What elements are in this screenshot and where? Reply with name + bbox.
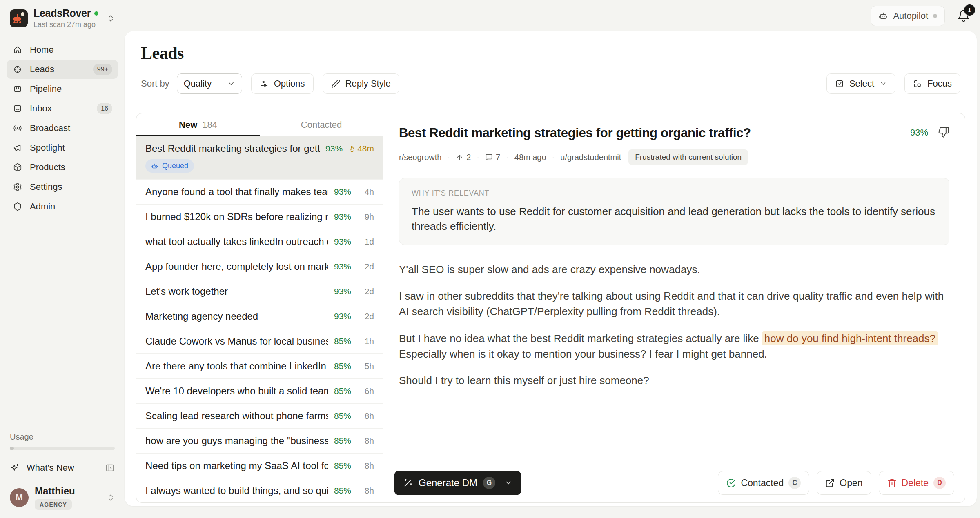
dot-separator (506, 153, 509, 162)
main-area: Autopilot 1 Leads Sort by Quality Option… (125, 0, 980, 518)
post-paragraph: I saw in other subreddits that they're t… (399, 289, 949, 319)
tab-new[interactable]: New 184 (136, 113, 260, 136)
detail-title: Best Reddit marketing strategies for get… (399, 126, 900, 140)
shortcut-badge-g: G (483, 477, 495, 489)
generate-dm-button[interactable]: Generate DM G (394, 471, 521, 495)
post-text: But I have no idea what the best Reddit … (399, 332, 762, 345)
notifications-button[interactable]: 1 (957, 9, 970, 22)
sidebar-item-products[interactable]: Products (7, 158, 118, 177)
sidebar-item-leads[interactable]: Leads 99+ (7, 60, 118, 79)
post-body: Y'all SEO is super slow and ads are craz… (383, 245, 965, 389)
sort-select[interactable]: Quality (177, 73, 242, 94)
queued-label: Queued (162, 162, 188, 170)
sidebar-item-spotlight[interactable]: Spotlight (7, 138, 118, 157)
sidebar-item-home[interactable]: Home (7, 40, 118, 59)
contacted-button[interactable]: Contacted C (718, 471, 809, 495)
subreddit-link[interactable]: r/seogrowth (399, 153, 442, 162)
lead-title: I burned $120k on SDRs before realizing … (145, 211, 328, 222)
lead-time: 8h (357, 486, 374, 496)
lead-time: 48m (357, 144, 374, 153)
collapse-sidebar-icon[interactable] (105, 463, 115, 473)
delete-button[interactable]: Delete D (879, 471, 954, 495)
sliders-icon (260, 79, 269, 88)
inbox-count-badge: 16 (97, 103, 112, 114)
sidebar-item-broadcast[interactable]: Broadcast (7, 119, 118, 138)
settings-gear-icon (13, 182, 22, 191)
dot-separator (448, 153, 450, 162)
thumbs-down-icon[interactable] (938, 127, 949, 138)
post-age: 48m ago (514, 153, 546, 162)
list-item[interactable]: I burned $120k on SDRs before realizing … (136, 205, 383, 229)
list-item-selected[interactable]: Best Reddit marketing strategies for get… (136, 136, 383, 180)
list-item[interactable]: Let's work together 93% 2d (136, 279, 383, 304)
list-item[interactable]: I always wanted to build things, and so … (136, 478, 383, 502)
select-button[interactable]: Select (826, 73, 895, 94)
sidebar-item-label: Broadcast (30, 123, 112, 133)
lead-time: 5h (357, 361, 374, 371)
sidebar-item-admin[interactable]: Admin (7, 197, 118, 216)
options-button[interactable]: Options (251, 73, 314, 94)
relevance-text: The user wants to use Reddit for custome… (412, 204, 937, 234)
check-circle-icon (726, 478, 736, 488)
options-label: Options (274, 78, 305, 89)
lead-score: 85% (334, 411, 351, 421)
lead-time: 1d (357, 237, 374, 247)
robot-icon (878, 11, 888, 21)
list-item[interactable]: Scaling lead research without phone farm… (136, 404, 383, 429)
generate-dm-label: Generate DM (419, 477, 477, 489)
magic-wand-icon (403, 478, 413, 488)
notification-count-badge: 1 (964, 4, 975, 16)
list-item[interactable]: Claude Cowork vs Manus for local busines… (136, 329, 383, 354)
sparkle-icon (10, 463, 20, 473)
lead-score: 93% (334, 311, 351, 321)
chevron-down-icon[interactable] (504, 479, 512, 487)
lead-time: 4h (357, 187, 374, 197)
sidebar-item-label: Home (30, 44, 112, 55)
shortcut-badge-d: D (933, 477, 946, 489)
reply-style-button[interactable]: Reply Style (323, 73, 399, 94)
list-item[interactable]: Marketing agency needed 93% 2d (136, 304, 383, 329)
list-item[interactable]: what tool actually takes linkedIn outrea… (136, 229, 383, 254)
list-item[interactable]: We're 10 developers who built a solid te… (136, 379, 383, 404)
autopilot-status-dot (933, 14, 937, 18)
tab-new-count: 184 (202, 120, 217, 130)
list-item[interactable]: Need tips on marketing my SaaS AI tool f… (136, 454, 383, 478)
lead-title: I always wanted to build things, and so … (145, 485, 328, 496)
sidebar-item-settings[interactable]: Settings (7, 178, 118, 196)
lead-title: Are there any tools that combine LinkedI… (145, 360, 328, 372)
list-item[interactable]: Are there any tools that combine LinkedI… (136, 354, 383, 379)
sidebar: LeadsRover Last scan 27m ago Home Leads … (0, 0, 125, 518)
leadsrover-logo (10, 9, 28, 27)
lead-score: 85% (334, 461, 351, 471)
list-item[interactable]: how are you guys managing the "business"… (136, 429, 383, 454)
whats-new-link[interactable]: What's New (27, 462, 98, 473)
lead-time: 2d (357, 262, 374, 271)
chevron-up-down-icon (107, 494, 115, 502)
focus-button[interactable]: Focus (904, 73, 960, 94)
autopilot-button[interactable]: Autopilot (871, 6, 945, 26)
list-item[interactable]: App founder here, completely lost on mar… (136, 254, 383, 279)
sidebar-item-pipeline[interactable]: Pipeline (7, 80, 118, 98)
tab-contacted-label: Contacted (301, 120, 342, 130)
workspace-switcher[interactable]: LeadsRover Last scan 27m ago (7, 7, 118, 29)
lead-score: 93% (334, 187, 351, 197)
lead-time: 2d (357, 287, 374, 296)
usage-label: Usage (10, 432, 115, 442)
open-button[interactable]: Open (817, 471, 871, 495)
flame-icon (348, 145, 356, 152)
lead-time: 8h (357, 411, 374, 421)
lead-title: App founder here, completely lost on mar… (145, 261, 328, 272)
shortcut-badge-c: C (788, 477, 801, 489)
sidebar-item-label: Leads (30, 64, 85, 75)
author-link[interactable]: u/gradstudentmit (560, 153, 621, 162)
list-item[interactable]: Anyone found a tool that finally makes t… (136, 180, 383, 205)
chevron-up-down-icon[interactable] (107, 14, 115, 22)
user-menu[interactable]: M Matthieu AGENCY (10, 485, 115, 510)
leads-target-icon (13, 65, 22, 74)
lead-title: Scaling lead research without phone farm… (145, 410, 328, 422)
tab-contacted[interactable]: Contacted (260, 113, 383, 136)
sidebar-item-inbox[interactable]: Inbox 16 (7, 99, 118, 118)
contacted-label: Contacted (741, 478, 784, 489)
lead-time: 6h (357, 386, 374, 396)
lead-title: Best Reddit marketing strategies for get… (145, 143, 320, 154)
